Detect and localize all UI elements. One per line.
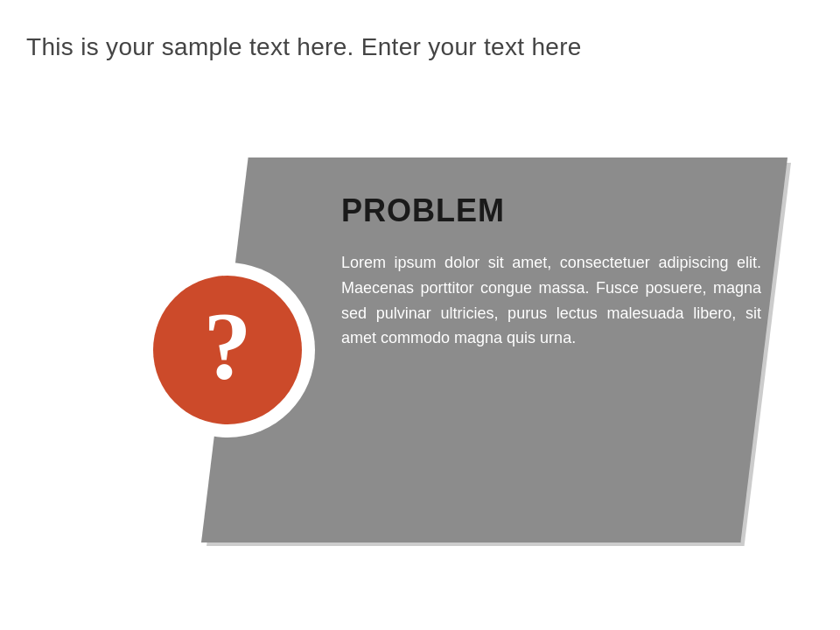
main-card: PROBLEM Lorem ipsum dolor sit amet, cons… <box>114 158 788 542</box>
question-mark-icon: ? <box>204 298 252 394</box>
card-body-text: Lorem ipsum dolor sit amet, consectetuer… <box>341 250 761 351</box>
card-content: PROBLEM Lorem ipsum dolor sit amet, cons… <box>341 192 761 516</box>
icon-circle-orange: ? <box>153 276 302 424</box>
header-title: This is your sample text here. Enter you… <box>26 33 814 61</box>
card-title: PROBLEM <box>341 192 761 229</box>
icon-circle-white: ? <box>140 262 315 438</box>
